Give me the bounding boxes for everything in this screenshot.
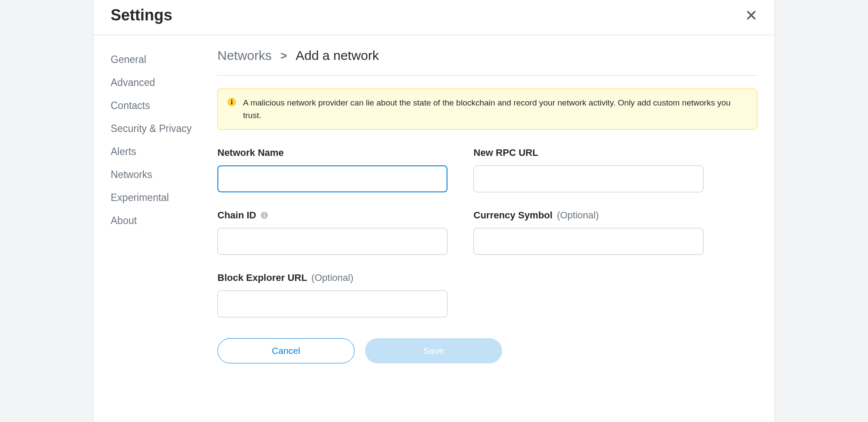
label-network-name: Network Name — [217, 147, 447, 158]
field-block-explorer: Block Explorer URL (Optional) — [217, 272, 447, 317]
main-content: Networks > Add a network A malicious net… — [217, 35, 775, 418]
modal-title: Settings — [111, 6, 172, 24]
network-name-input[interactable] — [217, 165, 447, 192]
cancel-button[interactable]: Cancel — [217, 338, 355, 363]
sidebar-item-about[interactable]: About — [111, 209, 217, 232]
sidebar-item-general[interactable]: General — [111, 48, 217, 71]
block-explorer-input[interactable] — [217, 290, 447, 317]
settings-modal: Settings General Advanced Contacts Secur… — [93, 0, 775, 422]
field-chain-id: Chain ID — [217, 210, 447, 255]
save-button[interactable]: Save — [365, 338, 502, 363]
label-block-explorer: Block Explorer URL (Optional) — [217, 272, 447, 284]
field-rpc-url: New RPC URL — [473, 147, 704, 192]
info-icon[interactable] — [260, 211, 268, 219]
sidebar-item-experimental[interactable]: Experimental — [111, 186, 217, 209]
svg-point-6 — [264, 213, 265, 214]
label-text: New RPC URL — [473, 147, 538, 158]
rpc-url-input[interactable] — [473, 165, 704, 192]
modal-header: Settings — [93, 0, 775, 35]
svg-point-3 — [231, 99, 232, 101]
field-network-name: Network Name — [217, 147, 447, 192]
info-warning-icon — [227, 98, 236, 106]
breadcrumb-back[interactable]: Networks — [217, 48, 272, 63]
chain-id-input[interactable] — [217, 228, 447, 255]
sidebar-item-contacts[interactable]: Contacts — [111, 94, 217, 117]
add-network-form: Network Name New RPC URL Chain ID — [217, 147, 704, 317]
sidebar-item-networks[interactable]: Networks — [111, 163, 217, 186]
breadcrumb-current: Add a network — [296, 48, 379, 63]
label-text: Currency Symbol — [473, 210, 552, 221]
close-icon[interactable] — [745, 9, 757, 21]
sidebar-item-advanced[interactable]: Advanced — [111, 71, 217, 94]
sidebar-item-security-privacy[interactable]: Security & Privacy — [111, 117, 217, 140]
breadcrumb: Networks > Add a network — [217, 48, 757, 76]
label-text: Block Explorer URL — [217, 272, 307, 284]
sidebar-item-alerts[interactable]: Alerts — [111, 140, 217, 163]
label-chain-id: Chain ID — [217, 210, 447, 221]
label-optional: (Optional) — [557, 210, 599, 221]
label-text: Network Name — [217, 147, 284, 158]
modal-body: General Advanced Contacts Security & Pri… — [93, 35, 775, 418]
label-rpc-url: New RPC URL — [473, 147, 704, 158]
svg-rect-7 — [264, 215, 265, 218]
field-currency-symbol: Currency Symbol (Optional) — [473, 210, 704, 255]
sidebar: General Advanced Contacts Security & Pri… — [93, 35, 217, 418]
warning-banner: A malicious network provider can lie abo… — [217, 89, 757, 130]
chevron-right-icon: > — [280, 49, 287, 63]
svg-rect-4 — [231, 101, 233, 105]
label-currency-symbol: Currency Symbol (Optional) — [473, 210, 704, 221]
label-optional: (Optional) — [312, 272, 354, 284]
warning-text: A malicious network provider can lie abo… — [243, 97, 747, 122]
currency-symbol-input[interactable] — [473, 228, 704, 255]
form-buttons: Cancel Save — [217, 338, 757, 363]
label-text: Chain ID — [217, 210, 256, 221]
